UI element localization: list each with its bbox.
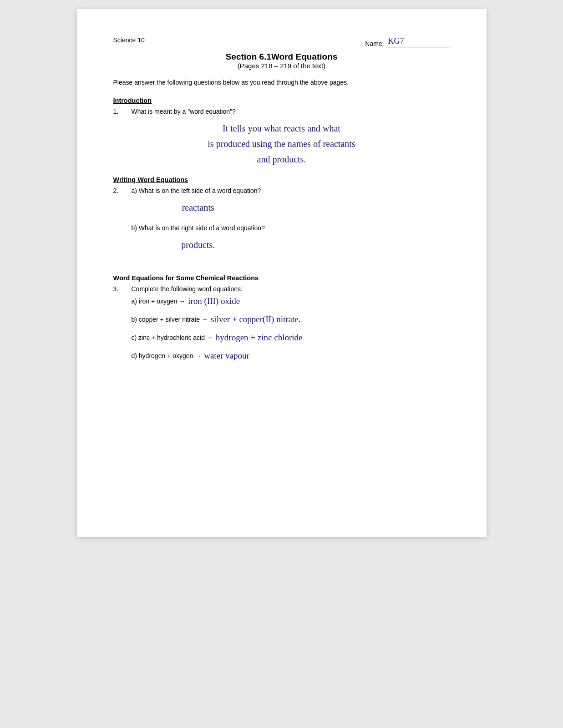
section-heading-introduction: Introduction	[113, 97, 450, 104]
q1-num: 1.	[113, 108, 124, 115]
instructions: Please answer the following questions be…	[113, 79, 450, 86]
question-2: 2. a) What is on the left side of a word…	[113, 187, 450, 262]
subtitle: (Pages 218 – 219 of the text)	[113, 62, 450, 70]
section-introduction: Introduction 1. What is meant by a "word…	[113, 97, 450, 167]
q3c-equation: c) zinc + hydrochloric acid → hydrogen +…	[132, 333, 450, 343]
q3b-label: b) copper + silver nitrate →	[132, 316, 208, 323]
q3d-answer: water vapour	[204, 351, 249, 361]
q3-num: 3.	[113, 285, 124, 293]
q3a-answer: iron (III) oxide	[188, 296, 240, 306]
q2b-answer: products.	[132, 237, 265, 253]
q3c-label: c) zinc + hydrochloric acid →	[132, 334, 213, 341]
name-value: KG7	[386, 36, 450, 47]
main-title: Section 6.1Word Equations	[113, 52, 450, 62]
q3a-label: a) iron + oxygen →	[132, 298, 186, 305]
subject-label: Science 10	[113, 36, 145, 44]
name-field: Name: KG7	[365, 36, 450, 47]
q3a-equation: a) iron + oxygen → iron (III) oxide	[132, 296, 450, 306]
section-heading-writing: Writing Word Equations	[113, 176, 450, 183]
q3b-equation: b) copper + silver nitrate → silver + co…	[132, 314, 450, 324]
section-heading-reactions: Word Equations for Some Chemical Reactio…	[113, 274, 450, 282]
header-row: Science 10 Name: KG7	[113, 36, 450, 47]
section-writing-word-equations: Writing Word Equations 2. a) What is on …	[113, 176, 450, 262]
q3d-equation: d) hydrogen + oxygen → water vapour	[132, 351, 450, 361]
q3b-answer: silver + copper(II) nitrate.	[211, 314, 300, 324]
worksheet-page: Science 10 Name: KG7 Section 6.1Word Equ…	[77, 9, 487, 537]
section-chemical-reactions: Word Equations for Some Chemical Reactio…	[113, 274, 450, 361]
q3c-answer: hydrogen + zinc chloride	[216, 333, 303, 343]
name-label: Name:	[365, 40, 384, 47]
q1-text: What is meant by a "word equation"?	[132, 108, 236, 115]
title-block: Section 6.1Word Equations (Pages 218 – 2…	[113, 52, 450, 70]
q1-answer: It tells you what reacts and what is pro…	[113, 121, 450, 167]
q2a-label: a) What is on the left side of a word eq…	[132, 187, 265, 194]
q2a-answer: reactants	[132, 200, 265, 215]
question-3: 3. Complete the following word equations…	[113, 285, 450, 293]
question-1: 1. What is meant by a "word equation"?	[113, 108, 450, 115]
q2b-label: b) What is on the right side of a word e…	[132, 224, 265, 232]
q3-text: Complete the following word equations:	[132, 285, 243, 293]
q3d-label: d) hydrogen + oxygen →	[132, 352, 202, 359]
q2-num: 2.	[113, 187, 124, 262]
